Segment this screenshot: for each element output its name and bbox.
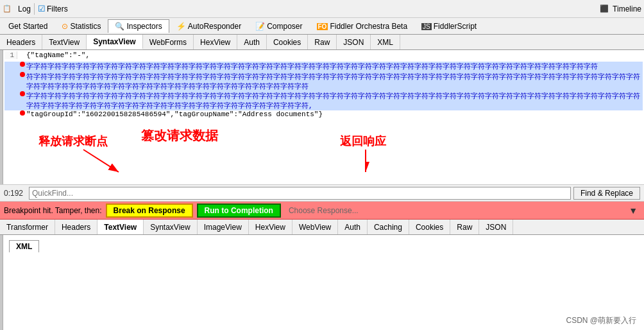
line-content-1: {"tagName":"-",: [26, 51, 643, 59]
tab-fiddlerscript[interactable]: JS FiddlerScript: [414, 19, 484, 33]
autoresponder-icon: ⚡: [176, 22, 186, 31]
line-content-5: "tagGroupId":"1602200158285486594","tagG…: [26, 110, 643, 118]
tab-composer[interactable]: 📝 Composer: [248, 19, 309, 33]
breakpoint-dot-5: [20, 110, 25, 116]
orchestra-label: Fiddler Orchestra Beta: [330, 22, 407, 31]
line-content-2: 字字符字符字符字符字符字符字符字符字符字符字符字符字符字符字符字符字符字符字符字…: [26, 62, 643, 71]
break-on-response-button[interactable]: Break on Response: [106, 204, 193, 218]
lower-content-area: XML CSDN @萌新要入行: [0, 235, 644, 330]
line-number-1: 1: [4, 51, 17, 59]
breakpoint-bar: Breakpoint hit. Tamper, then: Break on R…: [0, 202, 644, 220]
quickfind-input[interactable]: [29, 187, 571, 200]
upper-tab-hexview[interactable]: HexView: [194, 35, 237, 49]
lower-tab-xml[interactable]: XML: [9, 240, 39, 252]
upper-tab-xml[interactable]: XML: [371, 35, 400, 49]
lower-tab-json[interactable]: JSON: [479, 220, 513, 234]
lower-tab-hexview[interactable]: HexView: [249, 220, 292, 234]
watermark: CSDN @萌新要入行: [566, 315, 636, 326]
code-line-2: 字字符字符字符字符字符字符字符字符字符字符字符字符字符字符字符字符字符字符字符字…: [4, 62, 643, 72]
breakpoint-dot-3: [20, 72, 25, 77]
log-label[interactable]: Log: [18, 4, 31, 13]
dropdown-arrow-icon[interactable]: ▼: [626, 205, 640, 216]
lower-tab-caching[interactable]: Caching: [368, 220, 409, 234]
autoresponder-label: AutoResponder: [188, 22, 241, 31]
lower-tab-textview[interactable]: TextView: [97, 220, 144, 234]
fiddlerscript-icon: JS: [421, 23, 432, 30]
upper-tab-headers[interactable]: Headers: [0, 35, 42, 49]
code-line-4: 字字符字符字符字符字符字符字符字符字符字符字符字符字符字符字符字符字符字符字符字…: [4, 91, 643, 110]
status-bar: 0:192 Find & Replace: [0, 185, 644, 202]
timeline-label[interactable]: Timeline: [613, 4, 641, 13]
code-line-3: 符字符字符字符字符字符字符字符字符字符字符字符字符字符字符字符字符字符字符字符字…: [4, 72, 643, 91]
statistics-icon: ⊙: [62, 22, 68, 31]
upper-tab-auth[interactable]: Auth: [237, 35, 267, 49]
tab-autoresponder[interactable]: ⚡ AutoResponder: [169, 19, 248, 33]
choose-response-label: Choose Response...: [285, 206, 622, 215]
upper-tab-syntaxview[interactable]: SyntaxView: [87, 35, 142, 49]
breakpoint-label: Breakpoint hit. Tamper, then:: [4, 206, 102, 215]
code-content[interactable]: 1 {"tagName":"-", 字字符字符字符字符字符字符字符字符字符字符字…: [3, 50, 644, 178]
lower-tab-imageview[interactable]: ImageView: [198, 220, 249, 234]
lower-tab-auth[interactable]: Auth: [338, 220, 368, 234]
tab-inspectors[interactable]: 🔍 Inspectors: [108, 19, 169, 33]
top-toolbar: 📋 Log ☑ Filters ⬛ Timeline: [0, 0, 644, 18]
find-replace-button[interactable]: Find & Replace: [573, 187, 640, 200]
app-container: 📋 Log ☑ Filters ⬛ Timeline Get Started ⊙…: [0, 0, 644, 330]
code-line-1: 1 {"tagName":"-",: [4, 51, 643, 62]
statistics-label: Statistics: [70, 22, 101, 31]
code-area-wrapper: 1 {"tagName":"-", 字字符字符字符字符字符字符字符字符字符字符字…: [0, 50, 644, 185]
timeline-icon: ⬛: [600, 4, 609, 13]
tab-statistics[interactable]: ⊙ Statistics: [55, 19, 108, 33]
upper-tab-cookies[interactable]: Cookies: [267, 35, 308, 49]
tab-get-started[interactable]: Get Started: [1, 19, 55, 33]
upper-tab-raw[interactable]: Raw: [308, 35, 337, 49]
orchestra-icon: FO: [317, 23, 328, 30]
lower-inspector-tabs: Transformer Headers TextView SyntaxView …: [0, 220, 644, 235]
tab-fiddler-orchestra[interactable]: FO Fiddler Orchestra Beta: [310, 19, 415, 33]
code-line-5: "tagGroupId":"1602200158285486594","tagG…: [4, 110, 643, 121]
inspectors-icon: 🔍: [115, 22, 124, 31]
cursor-position: 0:192: [4, 189, 26, 198]
breakpoint-dot-2: [20, 62, 25, 67]
upper-tab-textview[interactable]: TextView: [42, 35, 87, 49]
composer-label: Composer: [267, 22, 302, 31]
inspector-tabs-upper: Headers TextView SyntaxView WebForms Hex…: [0, 35, 644, 50]
lower-tab-webview[interactable]: WebView: [292, 220, 338, 234]
upper-tab-webforms[interactable]: WebForms: [143, 35, 194, 49]
nav-tabs: Get Started ⊙ Statistics 🔍 Inspectors ⚡ …: [0, 18, 644, 35]
composer-icon: 📝: [255, 22, 265, 31]
fiddlerscript-label: FiddlerScript: [434, 22, 477, 31]
filters-label[interactable]: Filters: [47, 4, 68, 13]
log-icon: 📋: [3, 4, 12, 13]
lower-tab-row-xml: XML: [9, 238, 640, 255]
upper-tab-json[interactable]: JSON: [337, 35, 371, 49]
breakpoint-dot-4: [20, 91, 25, 96]
line-content-3: 符字符字符字符字符字符字符字符字符字符字符字符字符字符字符字符字符字符字符字符字…: [26, 72, 643, 91]
lower-tab-syntaxview[interactable]: SyntaxView: [144, 220, 197, 234]
lower-left-gutter: [0, 235, 3, 330]
line-content-4: 字字符字符字符字符字符字符字符字符字符字符字符字符字符字符字符字符字符字符字符字…: [26, 91, 643, 110]
run-to-completion-button[interactable]: Run to Completion: [197, 204, 281, 218]
lower-tab-transformer[interactable]: Transformer: [0, 220, 55, 234]
inspectors-label: Inspectors: [126, 22, 162, 31]
filters-check-icon: ☑: [38, 4, 46, 13]
lower-tab-headers[interactable]: Headers: [55, 220, 97, 234]
lower-tab-cookies[interactable]: Cookies: [409, 220, 450, 234]
lower-tab-raw[interactable]: Raw: [450, 220, 479, 234]
